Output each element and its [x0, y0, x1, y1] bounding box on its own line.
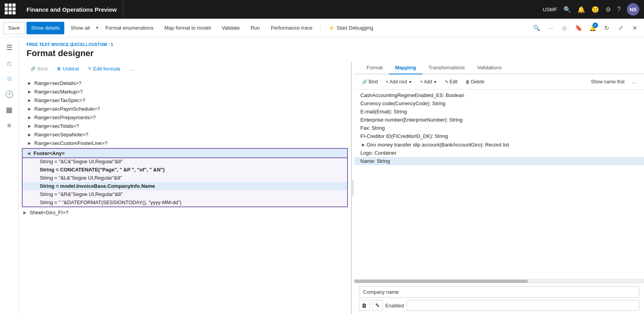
map-show-name-first-button[interactable]: Show name first — [588, 77, 628, 87]
detail-delete-button[interactable]: 🗑 — [359, 300, 370, 311]
app-title: Finance and Operations Preview — [20, 0, 124, 19]
tree-item-secPaymSchedule[interactable]: ▶ Range<secPaymSchedule>? — [19, 104, 351, 113]
tab-mapping[interactable]: Mapping — [389, 62, 422, 74]
tree-item-secDetails[interactable]: ▶ Range<secDetails>? — [19, 79, 351, 87]
map-edit-button[interactable]: ✎ Edit — [442, 77, 461, 87]
enabled-input[interactable] — [406, 300, 639, 311]
show-all-button[interactable]: Show all — [66, 22, 94, 34]
start-debugging-button[interactable]: ⚡ Start Debugging — [324, 22, 378, 34]
tree-toggle-secMarkup[interactable]: ▶ — [26, 88, 33, 95]
sidebar-home-icon[interactable]: ⌂ — [2, 56, 16, 70]
map-item-fax[interactable]: Fax: String — [354, 124, 644, 132]
tree-item-secSepaNote[interactable]: ▶ Range<secSepaNote>? — [19, 130, 351, 139]
unbind-button[interactable]: 🗑 Unbind — [53, 63, 83, 74]
map-item-cashAccounting[interactable]: CashAccountingRegimeEnabled_ES: Boolean — [354, 91, 644, 99]
tree-item-secTaxSpec[interactable]: ▶ Range<secTaxSpec>? — [19, 96, 351, 104]
format-enumerations-button[interactable]: Format enumerations — [101, 22, 158, 34]
map-item-logo[interactable]: Logo: Container — [354, 149, 644, 157]
tree-item-secPrepayments[interactable]: ▶ Range<secPrepayments>? — [19, 113, 351, 122]
validate-button[interactable]: Validate — [217, 22, 244, 34]
tree-toggle-secTotals[interactable]: ▶ — [26, 123, 33, 129]
tree-toggle-secCustomFooterLine[interactable]: ▶ — [26, 140, 33, 146]
tree-item-str4[interactable]: String = model.InvoiceBase.CompanyInfo.N… — [23, 182, 347, 190]
save-button[interactable]: Save — [3, 22, 25, 34]
map-delete-button[interactable]: 🗑 Delete — [462, 77, 488, 87]
map-item-name[interactable]: Name: String — [354, 157, 644, 165]
tree-item-str2[interactable]: String = CONCATENATE("Page", " &P ", "of… — [23, 166, 347, 174]
settings-icon[interactable]: ⚙ — [605, 6, 611, 13]
map-item-fiCreditor[interactable]: FI-Creditor ID(FICreditorID_DK): String — [354, 132, 644, 140]
sidebar-favorites-icon[interactable]: ☆ — [2, 72, 16, 86]
tree-item-str6[interactable]: String = " "&DATEFORMAT(SESSIONTODAY(), … — [23, 198, 347, 206]
mapping-tabs: Format Mapping Transformations Validatio… — [354, 62, 644, 74]
tree-toggle-footerAny[interactable]: ◀ — [26, 150, 32, 156]
app-grid-icon[interactable] — [5, 4, 16, 15]
edit-formula-button[interactable]: ✎ Edit formula — [84, 63, 124, 74]
resize-handle[interactable] — [352, 62, 354, 314]
tab-validations[interactable]: Validations — [471, 62, 508, 74]
performance-trace-button[interactable]: Performance trace — [266, 22, 317, 34]
tree-toggle-secSepaNote[interactable]: ▶ — [26, 131, 33, 138]
run-button[interactable]: Run — [246, 22, 265, 34]
smiley-icon[interactable]: 🙂 — [591, 6, 599, 13]
tree-item-str3[interactable]: String = "&L&"Segoe UI,Regular"&8" — [23, 174, 347, 182]
sidebar-recent-icon[interactable]: 🕐 — [2, 87, 16, 101]
show-details-button[interactable]: Show details — [26, 22, 65, 34]
bind-button[interactable]: 🔗 Bind — [26, 63, 51, 74]
enabled-label: Enabled — [385, 303, 404, 309]
mapping-panel: Format Mapping Transformations Validatio… — [354, 62, 644, 314]
tree-item-secCustomFooterLine[interactable]: ▶ Range<secCustomFooterLine>? — [19, 139, 351, 147]
map-item-currencyCode[interactable]: Currency code(CurrencyCode): String — [354, 99, 644, 108]
toolbar-bookmark-icon[interactable]: 🔖 — [572, 22, 585, 34]
tree-item-str1[interactable]: String = "&C&"Segoe UI,Regular"&8" — [23, 157, 347, 166]
toolbar-badge-icon[interactable]: 0 🔔 — [586, 22, 599, 34]
tab-format[interactable]: Format — [360, 62, 389, 74]
map-item-enterpriseNumber[interactable]: Enterprise number(EnterpriseNumber): Str… — [354, 116, 644, 124]
avatar[interactable]: NS — [627, 3, 639, 16]
horizontal-scrollbar[interactable] — [354, 279, 644, 283]
mapping-toolbar: 🔗 Bind + Add root ▼ + Add ▼ ✎ Edit — [354, 74, 644, 90]
tree-toggle-secPaymSchedule[interactable]: ▶ — [26, 106, 33, 112]
tree-toggle-secDetails[interactable]: ▶ — [26, 80, 33, 86]
sidebar-hamburger-icon[interactable]: ☰ — [2, 41, 16, 55]
tree-toggle-secTaxSpec[interactable]: ▶ — [26, 97, 33, 103]
format-tree-scroll[interactable]: ▶ Range<secDetails>? ▶ Range<secMarkup>?… — [19, 77, 351, 314]
sidebar-workspaces-icon[interactable]: ▦ — [2, 103, 16, 117]
toolbar-search-icon[interactable]: 🔍 — [530, 22, 543, 34]
detail-edit-button[interactable]: ✎ — [372, 300, 383, 311]
toolbar-refresh-icon[interactable]: ↻ — [600, 22, 613, 34]
tree-item-secMarkup[interactable]: ▶ Range<secMarkup>? — [19, 87, 351, 96]
map-item-email[interactable]: E-mail(Email): String — [354, 108, 644, 116]
toolbar-close-icon[interactable]: ✕ — [628, 22, 641, 34]
tree-toggle-giro[interactable]: ▶ — [360, 141, 367, 148]
format-more-button[interactable]: ... — [126, 63, 138, 74]
help-icon[interactable]: ? — [617, 6, 621, 13]
map-more-button[interactable]: ... — [629, 77, 639, 87]
map-item-giro[interactable]: ▶ Giro money transfer slip account(BankA… — [354, 140, 644, 149]
top-bar: Finance and Operations Preview USMF 🔍 🔔 … — [0, 0, 644, 19]
env-label: USMF — [543, 7, 557, 12]
show-all-dropdown[interactable]: Show all ▼ — [66, 22, 99, 34]
footer-group: ◀ Footer<Any> String = "&C&"Segoe UI,Reg… — [22, 148, 348, 207]
toolbar-diamond-icon[interactable]: ◇ — [558, 22, 571, 34]
notification-icon[interactable]: 🔔 — [577, 6, 585, 13]
toolbar-more-icon[interactable]: ··· — [544, 22, 557, 34]
horizontal-scrollbar-thumb[interactable] — [354, 280, 528, 283]
tree-toggle-sheetGiroFI[interactable]: ▶ — [22, 209, 28, 215]
tree-item-secTotals[interactable]: ▶ Range<secTotals>? — [19, 122, 351, 130]
mapping-tree[interactable]: CashAccountingRegimeEnabled_ES: Boolean … — [354, 90, 644, 279]
split-panel: 🔗 Bind 🗑 Unbind ✎ Edit formula ... — [19, 62, 644, 314]
map-add-button[interactable]: + Add ▼ — [417, 77, 440, 87]
tree-item-sheetGiroFI[interactable]: ▶ Sheet<Giro_FI>? — [19, 208, 351, 217]
tree-item-footerAny[interactable]: ◀ Footer<Any> — [23, 149, 347, 157]
tab-transformations[interactable]: Transformations — [422, 62, 471, 74]
tree-item-str5[interactable]: String = "&R&"Segoe UI,Regular"&8" — [23, 190, 347, 198]
search-icon[interactable]: 🔍 — [563, 6, 571, 13]
toolbar-popout-icon[interactable]: ⤢ — [614, 22, 627, 34]
tree-toggle-secPrepayments[interactable]: ▶ — [26, 114, 33, 120]
map-format-to-model-button[interactable]: Map format to model — [160, 22, 215, 34]
map-add-root-button[interactable]: + Add root ▼ — [383, 77, 415, 87]
company-name-input[interactable] — [359, 286, 639, 298]
sidebar-list-icon[interactable]: ≡ — [2, 118, 16, 132]
map-bind-button[interactable]: 🔗 Bind — [359, 77, 381, 87]
